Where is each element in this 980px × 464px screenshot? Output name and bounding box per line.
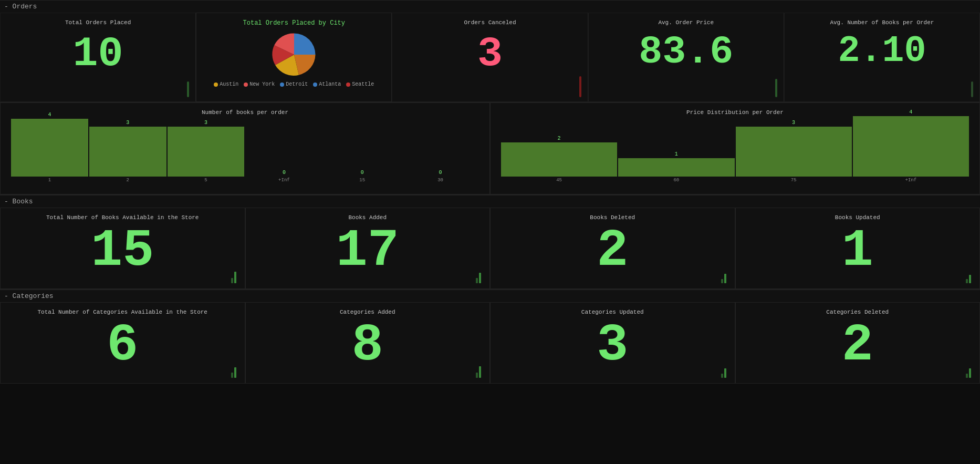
categories-section-header: - Categories xyxy=(0,290,980,302)
avg-books-title: Avg. Number of Books per Order xyxy=(793,19,971,26)
hist-bar-3 xyxy=(168,127,245,177)
hist-top-5: 0 xyxy=(361,170,364,176)
orders-canceled-value: 3 xyxy=(401,31,579,77)
books-label: - Books xyxy=(4,198,33,205)
price-hist-bottom-3: 75 xyxy=(791,178,797,183)
legend-dot-detroit xyxy=(280,83,284,87)
price-hist-col-3: 3 75 xyxy=(736,120,852,183)
total-categories-sparkline xyxy=(231,362,236,378)
categories-updated-title: Categories Updated xyxy=(499,309,726,315)
books-updated-title: Books Updated xyxy=(744,214,972,221)
price-distribution-histogram: Price Distribution per Order 2 45 1 60 3… xyxy=(490,102,980,194)
legend-label-seattle: Seattle xyxy=(352,81,374,87)
price-hist-top-2: 1 xyxy=(675,151,678,157)
books-updated-sparkline xyxy=(966,267,971,283)
price-hist-bottom-2: 60 xyxy=(673,178,679,183)
avg-books-value: 2.10 xyxy=(793,31,971,71)
books-added-sparkline xyxy=(476,267,481,283)
mini-bar-6 xyxy=(724,274,726,283)
total-orders-value: 10 xyxy=(9,31,187,77)
mini-bar-10 xyxy=(234,367,236,378)
books-updated-value: 1 xyxy=(744,225,972,277)
books-added-card: Books Added 17 xyxy=(245,208,491,289)
pie-chart-title: Total Orders Placed by City xyxy=(243,19,345,27)
hist-col-6: 0 30 xyxy=(402,170,479,183)
pie-legend: Austin New York Detroit Atlanta Seattle xyxy=(214,81,374,87)
hist-col-5: 0 15 xyxy=(324,170,401,183)
price-hist-bar-2 xyxy=(618,158,734,177)
hist-bottom-1: 1 xyxy=(48,178,51,183)
hist-top-6: 0 xyxy=(439,170,442,176)
mini-bar-11 xyxy=(476,373,478,378)
total-categories-title: Total Number of Categories Available in … xyxy=(9,309,236,315)
books-deleted-value: 2 xyxy=(499,225,726,277)
categories-updated-value: 3 xyxy=(499,319,726,372)
total-orders-title: Total Orders Placed xyxy=(9,19,187,26)
hist-col-4: 0 +Inf xyxy=(245,170,322,183)
legend-label-atlanta: Atlanta xyxy=(319,81,341,87)
mini-bar-1 xyxy=(231,278,233,283)
price-histogram-bars: 2 45 1 60 3 75 4 +Inf xyxy=(499,120,971,183)
legend-austin: Austin xyxy=(214,81,238,87)
books-deleted-title: Books Deleted xyxy=(499,214,726,221)
total-books-sparkline xyxy=(231,267,236,283)
hist-col-3: 3 5 xyxy=(168,120,245,183)
total-categories-value: 6 xyxy=(9,319,236,372)
avg-order-price-sparkline xyxy=(775,79,777,97)
categories-updated-card: Categories Updated 3 xyxy=(490,302,735,384)
mini-bar-9 xyxy=(231,373,233,378)
total-books-value: 15 xyxy=(9,225,236,277)
hist-bottom-2: 2 xyxy=(127,178,129,183)
mini-bar-16 xyxy=(969,368,971,378)
orders-histogram-grid: Number of books per order 4 1 3 2 3 5 0 … xyxy=(0,102,980,195)
price-hist-col-1: 2 45 xyxy=(501,136,617,183)
orders-section-header: - Orders xyxy=(0,0,980,13)
orders-top-grid: Total Orders Placed 10 Total Orders Plac… xyxy=(0,13,980,102)
legend-label-austin: Austin xyxy=(220,81,238,87)
categories-grid: Total Number of Categories Available in … xyxy=(0,302,980,384)
books-histogram-bars: 4 1 3 2 3 5 0 +Inf 0 15 xyxy=(9,120,481,183)
legend-dot-atlanta xyxy=(313,83,317,87)
total-books-title: Total Number of Books Available in the S… xyxy=(9,214,236,221)
price-hist-col-2: 1 60 xyxy=(618,151,734,183)
mini-bar-4 xyxy=(479,273,481,283)
legend-label-newyork: New York xyxy=(249,81,275,87)
avg-order-price-value: 83.6 xyxy=(597,31,775,75)
total-orders-sparkline xyxy=(187,81,189,97)
mini-bar-5 xyxy=(721,279,723,283)
hist-col-2: 3 2 xyxy=(89,120,166,183)
legend-detroit: Detroit xyxy=(280,81,308,87)
books-deleted-card: Books Deleted 2 xyxy=(490,208,735,289)
price-hist-top-4: 4 xyxy=(909,109,912,115)
hist-top-4: 0 xyxy=(283,170,286,176)
price-hist-top-1: 2 xyxy=(558,136,561,141)
total-categories-card: Total Number of Categories Available in … xyxy=(0,302,245,384)
total-books-card: Total Number of Books Available in the S… xyxy=(0,208,245,289)
hist-top-2: 3 xyxy=(126,120,129,126)
categories-added-sparkline xyxy=(476,362,481,378)
categories-added-title: Categories Added xyxy=(254,309,482,315)
orders-canceled-card: Orders Canceled 3 xyxy=(392,13,588,102)
legend-dot-newyork xyxy=(244,83,248,87)
mini-bar-8 xyxy=(969,275,971,283)
hist-top-3: 3 xyxy=(204,120,207,126)
books-per-order-histogram: Number of books per order 4 1 3 2 3 5 0 … xyxy=(0,102,490,194)
categories-deleted-sparkline xyxy=(966,362,971,378)
price-hist-bottom-4: +Inf xyxy=(905,178,917,183)
categories-deleted-value: 2 xyxy=(744,319,972,372)
categories-updated-sparkline xyxy=(721,362,726,378)
books-updated-card: Books Updated 1 xyxy=(735,208,981,289)
categories-deleted-title: Categories Deleted xyxy=(744,309,972,315)
categories-added-value: 8 xyxy=(254,319,482,372)
hist-col-1: 4 1 xyxy=(11,112,88,183)
avg-books-per-order-card: Avg. Number of Books per Order 2.10 xyxy=(784,13,980,102)
categories-added-card: Categories Added 8 xyxy=(245,302,491,384)
pie-slice-detroit xyxy=(294,34,316,55)
books-deleted-sparkline xyxy=(721,267,726,283)
legend-label-detroit: Detroit xyxy=(286,81,308,87)
price-hist-bar-4 xyxy=(853,116,969,177)
mini-bar-15 xyxy=(966,374,968,378)
hist-bottom-3: 5 xyxy=(204,178,207,183)
total-orders-card: Total Orders Placed 10 xyxy=(0,13,196,102)
mini-bar-7 xyxy=(966,279,968,283)
